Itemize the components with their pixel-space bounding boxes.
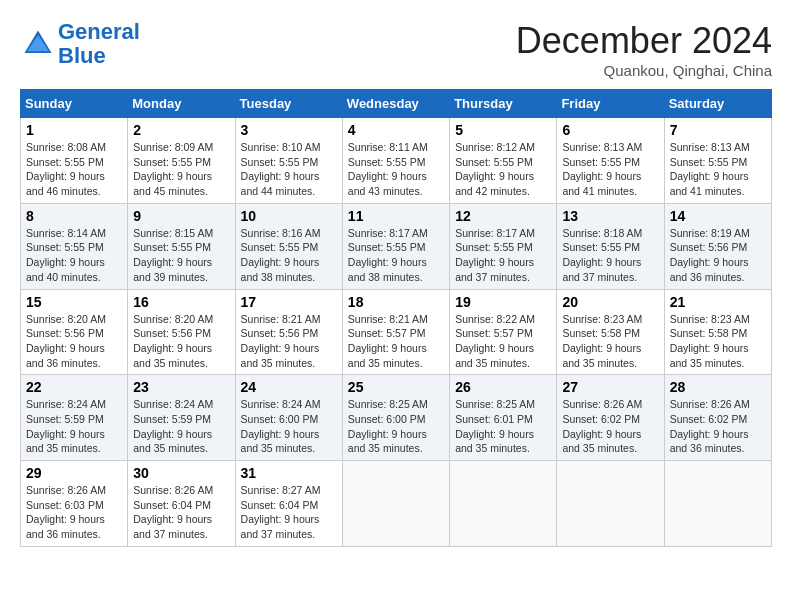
- location: Quankou, Qinghai, China: [516, 62, 772, 79]
- day-info: Sunrise: 8:17 AM Sunset: 5:55 PM Dayligh…: [348, 226, 444, 285]
- day-info: Sunrise: 8:26 AM Sunset: 6:02 PM Dayligh…: [562, 397, 658, 456]
- day-number: 24: [241, 379, 337, 395]
- day-info: Sunrise: 8:12 AM Sunset: 5:55 PM Dayligh…: [455, 140, 551, 199]
- day-number: 3: [241, 122, 337, 138]
- day-info: Sunrise: 8:25 AM Sunset: 6:00 PM Dayligh…: [348, 397, 444, 456]
- weekday-header-tuesday: Tuesday: [235, 90, 342, 118]
- calendar-cell: 2Sunrise: 8:09 AM Sunset: 5:55 PM Daylig…: [128, 118, 235, 204]
- calendar-cell: 23Sunrise: 8:24 AM Sunset: 5:59 PM Dayli…: [128, 375, 235, 461]
- day-number: 6: [562, 122, 658, 138]
- day-info: Sunrise: 8:17 AM Sunset: 5:55 PM Dayligh…: [455, 226, 551, 285]
- day-number: 28: [670, 379, 766, 395]
- calendar-cell: 1Sunrise: 8:08 AM Sunset: 5:55 PM Daylig…: [21, 118, 128, 204]
- calendar-cell: 10Sunrise: 8:16 AM Sunset: 5:55 PM Dayli…: [235, 203, 342, 289]
- weekday-header-row: SundayMondayTuesdayWednesdayThursdayFrid…: [21, 90, 772, 118]
- title-block: December 2024 Quankou, Qinghai, China: [516, 20, 772, 79]
- calendar-cell: 12Sunrise: 8:17 AM Sunset: 5:55 PM Dayli…: [450, 203, 557, 289]
- day-info: Sunrise: 8:09 AM Sunset: 5:55 PM Dayligh…: [133, 140, 229, 199]
- calendar-week-row: 22Sunrise: 8:24 AM Sunset: 5:59 PM Dayli…: [21, 375, 772, 461]
- day-info: Sunrise: 8:25 AM Sunset: 6:01 PM Dayligh…: [455, 397, 551, 456]
- day-info: Sunrise: 8:15 AM Sunset: 5:55 PM Dayligh…: [133, 226, 229, 285]
- day-info: Sunrise: 8:19 AM Sunset: 5:56 PM Dayligh…: [670, 226, 766, 285]
- calendar-week-row: 29Sunrise: 8:26 AM Sunset: 6:03 PM Dayli…: [21, 461, 772, 547]
- day-info: Sunrise: 8:18 AM Sunset: 5:55 PM Dayligh…: [562, 226, 658, 285]
- calendar-table: SundayMondayTuesdayWednesdayThursdayFrid…: [20, 89, 772, 547]
- day-number: 7: [670, 122, 766, 138]
- day-number: 27: [562, 379, 658, 395]
- calendar-cell: [557, 461, 664, 547]
- calendar-cell: [664, 461, 771, 547]
- logo-text: General Blue: [58, 20, 140, 68]
- day-number: 25: [348, 379, 444, 395]
- calendar-cell: 6Sunrise: 8:13 AM Sunset: 5:55 PM Daylig…: [557, 118, 664, 204]
- day-info: Sunrise: 8:16 AM Sunset: 5:55 PM Dayligh…: [241, 226, 337, 285]
- calendar-cell: 9Sunrise: 8:15 AM Sunset: 5:55 PM Daylig…: [128, 203, 235, 289]
- day-number: 17: [241, 294, 337, 310]
- calendar-cell: 3Sunrise: 8:10 AM Sunset: 5:55 PM Daylig…: [235, 118, 342, 204]
- day-info: Sunrise: 8:14 AM Sunset: 5:55 PM Dayligh…: [26, 226, 122, 285]
- calendar-cell: 5Sunrise: 8:12 AM Sunset: 5:55 PM Daylig…: [450, 118, 557, 204]
- day-info: Sunrise: 8:26 AM Sunset: 6:03 PM Dayligh…: [26, 483, 122, 542]
- day-info: Sunrise: 8:13 AM Sunset: 5:55 PM Dayligh…: [562, 140, 658, 199]
- day-number: 12: [455, 208, 551, 224]
- calendar-cell: 20Sunrise: 8:23 AM Sunset: 5:58 PM Dayli…: [557, 289, 664, 375]
- calendar-cell: [450, 461, 557, 547]
- day-number: 14: [670, 208, 766, 224]
- calendar-cell: 26Sunrise: 8:25 AM Sunset: 6:01 PM Dayli…: [450, 375, 557, 461]
- calendar-cell: 13Sunrise: 8:18 AM Sunset: 5:55 PM Dayli…: [557, 203, 664, 289]
- day-number: 8: [26, 208, 122, 224]
- calendar-cell: 16Sunrise: 8:20 AM Sunset: 5:56 PM Dayli…: [128, 289, 235, 375]
- day-info: Sunrise: 8:10 AM Sunset: 5:55 PM Dayligh…: [241, 140, 337, 199]
- day-number: 2: [133, 122, 229, 138]
- day-number: 21: [670, 294, 766, 310]
- calendar-cell: 15Sunrise: 8:20 AM Sunset: 5:56 PM Dayli…: [21, 289, 128, 375]
- day-number: 30: [133, 465, 229, 481]
- calendar-cell: 4Sunrise: 8:11 AM Sunset: 5:55 PM Daylig…: [342, 118, 449, 204]
- day-number: 4: [348, 122, 444, 138]
- logo-icon: [20, 26, 56, 62]
- day-number: 18: [348, 294, 444, 310]
- calendar-cell: 29Sunrise: 8:26 AM Sunset: 6:03 PM Dayli…: [21, 461, 128, 547]
- calendar-cell: [342, 461, 449, 547]
- day-number: 15: [26, 294, 122, 310]
- calendar-cell: 28Sunrise: 8:26 AM Sunset: 6:02 PM Dayli…: [664, 375, 771, 461]
- day-number: 16: [133, 294, 229, 310]
- weekday-header-monday: Monday: [128, 90, 235, 118]
- day-info: Sunrise: 8:13 AM Sunset: 5:55 PM Dayligh…: [670, 140, 766, 199]
- weekday-header-thursday: Thursday: [450, 90, 557, 118]
- weekday-header-saturday: Saturday: [664, 90, 771, 118]
- day-info: Sunrise: 8:20 AM Sunset: 5:56 PM Dayligh…: [26, 312, 122, 371]
- day-number: 1: [26, 122, 122, 138]
- day-info: Sunrise: 8:08 AM Sunset: 5:55 PM Dayligh…: [26, 140, 122, 199]
- calendar-cell: 7Sunrise: 8:13 AM Sunset: 5:55 PM Daylig…: [664, 118, 771, 204]
- calendar-cell: 31Sunrise: 8:27 AM Sunset: 6:04 PM Dayli…: [235, 461, 342, 547]
- day-info: Sunrise: 8:20 AM Sunset: 5:56 PM Dayligh…: [133, 312, 229, 371]
- calendar-cell: 19Sunrise: 8:22 AM Sunset: 5:57 PM Dayli…: [450, 289, 557, 375]
- calendar-cell: 18Sunrise: 8:21 AM Sunset: 5:57 PM Dayli…: [342, 289, 449, 375]
- day-number: 23: [133, 379, 229, 395]
- calendar-cell: 8Sunrise: 8:14 AM Sunset: 5:55 PM Daylig…: [21, 203, 128, 289]
- day-number: 31: [241, 465, 337, 481]
- day-info: Sunrise: 8:24 AM Sunset: 6:00 PM Dayligh…: [241, 397, 337, 456]
- day-info: Sunrise: 8:26 AM Sunset: 6:02 PM Dayligh…: [670, 397, 766, 456]
- calendar-cell: 27Sunrise: 8:26 AM Sunset: 6:02 PM Dayli…: [557, 375, 664, 461]
- calendar-week-row: 15Sunrise: 8:20 AM Sunset: 5:56 PM Dayli…: [21, 289, 772, 375]
- day-number: 10: [241, 208, 337, 224]
- day-info: Sunrise: 8:21 AM Sunset: 5:56 PM Dayligh…: [241, 312, 337, 371]
- day-info: Sunrise: 8:26 AM Sunset: 6:04 PM Dayligh…: [133, 483, 229, 542]
- day-number: 22: [26, 379, 122, 395]
- calendar-week-row: 8Sunrise: 8:14 AM Sunset: 5:55 PM Daylig…: [21, 203, 772, 289]
- calendar-cell: 22Sunrise: 8:24 AM Sunset: 5:59 PM Dayli…: [21, 375, 128, 461]
- day-info: Sunrise: 8:24 AM Sunset: 5:59 PM Dayligh…: [26, 397, 122, 456]
- day-number: 13: [562, 208, 658, 224]
- day-number: 11: [348, 208, 444, 224]
- day-number: 5: [455, 122, 551, 138]
- day-info: Sunrise: 8:23 AM Sunset: 5:58 PM Dayligh…: [562, 312, 658, 371]
- month-title: December 2024: [516, 20, 772, 62]
- calendar-cell: 11Sunrise: 8:17 AM Sunset: 5:55 PM Dayli…: [342, 203, 449, 289]
- day-info: Sunrise: 8:27 AM Sunset: 6:04 PM Dayligh…: [241, 483, 337, 542]
- calendar-cell: 14Sunrise: 8:19 AM Sunset: 5:56 PM Dayli…: [664, 203, 771, 289]
- weekday-header-sunday: Sunday: [21, 90, 128, 118]
- calendar-cell: 30Sunrise: 8:26 AM Sunset: 6:04 PM Dayli…: [128, 461, 235, 547]
- day-number: 19: [455, 294, 551, 310]
